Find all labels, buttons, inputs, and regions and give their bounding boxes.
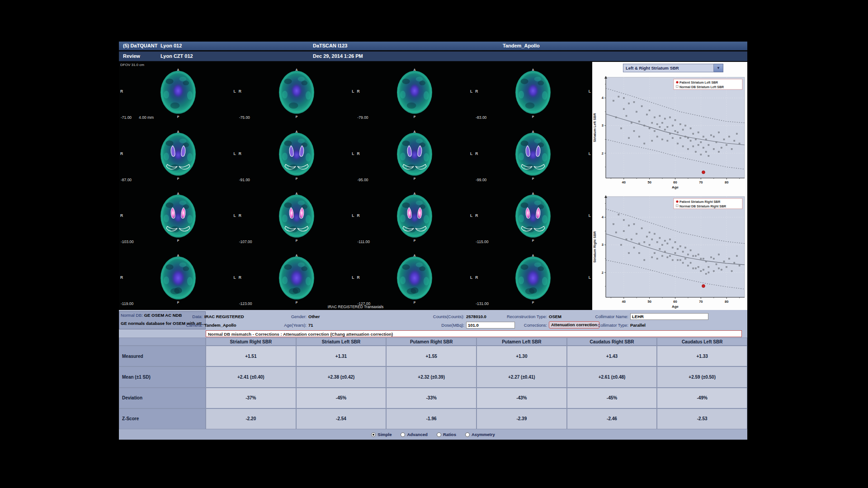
svg-text:P: P [295, 115, 297, 118]
collimator-name-input[interactable]: LEHR [630, 313, 708, 320]
study-datetime: Dec 29, 2014 1:26 PM [313, 53, 363, 59]
svg-text:P: P [414, 177, 416, 180]
value-cell: -43% [476, 388, 567, 408]
roi-selector-dropdown[interactable]: Left & Right Striatum SBR ▼ [623, 64, 723, 72]
title-bar: (5) DaTQUANT Lyon 012 DaTSCAN I123 Tande… [119, 42, 747, 50]
svg-text:80: 80 [725, 300, 728, 304]
svg-text:3: 3 [602, 243, 604, 247]
brain-slice-cell[interactable]: AP-127.00RL [356, 248, 474, 310]
brain-slice-cell[interactable]: AP-87.00RL [119, 124, 237, 186]
study-info-panel: Normal DB: GE OSEM AC NDB GE normals dat… [119, 310, 747, 440]
orientation-letter-right-side: R [475, 151, 478, 156]
brain-slice-cell[interactable]: AP-107.00RL [237, 186, 356, 248]
study-name: DaTSCAN I123 [313, 43, 347, 48]
svg-text:P: P [532, 301, 534, 305]
camera-label: Camera: [137, 323, 204, 328]
x-axis-label: Age [672, 185, 679, 189]
orientation-letter-left-side: L [234, 275, 236, 280]
brain-slice-cell[interactable]: AP-75.00RL [237, 62, 356, 124]
orientation-letter-left-side: L [470, 151, 472, 156]
sbr-chart-panel: Left & Right Striatum SBR ▼ 405060708023… [592, 62, 747, 310]
striatum-right-sbr-chart: 4050607080234AgeStriatum Right SBRPatien… [592, 194, 747, 310]
dropdown-arrow-button[interactable]: ▼ [714, 64, 723, 72]
orientation-letter-right-side: R [475, 275, 478, 280]
roi-selector-value[interactable]: Left & Right Striatum SBR [623, 64, 714, 72]
svg-text:Normal DB Striatum Right SBR: Normal DB Striatum Right SBR [679, 205, 726, 208]
brain-slice-image: AP [391, 67, 438, 119]
value-cell: +2.41 (±0.40) [206, 366, 296, 387]
gender-label: Gender: [255, 314, 308, 319]
display-mode-radio-advanced[interactable]: Advanced [401, 432, 427, 437]
orientation-letter-right-side: R [120, 89, 123, 94]
display-mode-radio-ratios[interactable]: Ratios [437, 432, 456, 437]
radio-icon[interactable] [371, 432, 376, 437]
orientation-letter-right-side: R [239, 89, 241, 94]
camera-value: Tandem_Apollo [204, 323, 236, 328]
radio-icon[interactable] [401, 432, 405, 437]
orientation-letter-left-side: L [352, 213, 354, 218]
brain-slice-image: AP [155, 191, 202, 243]
brain-slice-cell[interactable]: AP-83.00RL [474, 62, 592, 124]
brain-slice-image: AP [509, 67, 557, 119]
orientation-letter-right-side: R [239, 151, 241, 156]
brain-slice-cell[interactable]: AP-131.00RL [474, 248, 592, 310]
orientation-letter-right-side: R [475, 89, 478, 94]
svg-text:A: A [532, 254, 534, 257]
orientation-letter-left-side: L [352, 151, 354, 156]
svg-text:A: A [532, 130, 534, 133]
patient-point [702, 285, 705, 288]
recon-type-value: OSEM [549, 314, 561, 319]
brain-slice-image: AP [155, 67, 202, 119]
orientation-letter-left-side: L [352, 89, 354, 94]
brain-slice-image: AP [155, 253, 202, 305]
brain-slice-cell[interactable]: AP-71.004.00 mmRL [119, 62, 237, 124]
svg-text:A: A [414, 130, 416, 133]
value-cell: +2.61 (±0.48) [567, 366, 657, 387]
brain-slice-cell[interactable]: AP-91.00RL [237, 124, 356, 186]
brain-slice-cell[interactable]: AP-95.00RL [356, 124, 474, 186]
brain-slice-cell[interactable]: AP-123.00RL [237, 248, 356, 310]
orientation-letter-left-side: L [589, 89, 591, 94]
brain-slice-image: AP [273, 253, 320, 305]
brain-slice-cell[interactable]: AP-111.00RL [356, 186, 474, 248]
svg-text:60: 60 [673, 180, 677, 184]
collimator-type-label: Collimator Type: [562, 323, 630, 328]
display-mode-radio-simple[interactable]: Simple [371, 432, 392, 437]
radio-icon[interactable] [465, 432, 470, 437]
radio-icon[interactable] [437, 432, 441, 437]
column-header: Striatum Right SBR [206, 338, 296, 346]
datquant-window: (5) DaTQUANT Lyon 012 DaTSCAN I123 Tande… [119, 42, 747, 440]
svg-text:50: 50 [647, 180, 651, 184]
brain-slice-cell[interactable]: AP-103.00RL [119, 186, 237, 248]
value-cell: -2.39 [476, 408, 567, 429]
info-row-2: Camera:Tandem_Apollo Age(Years):71 Dose(… [119, 321, 747, 329]
svg-text:A: A [295, 192, 297, 195]
value-cell: -2.20 [206, 408, 296, 429]
display-mode-radio-asymmetry[interactable]: Asymmetry [465, 432, 495, 437]
value-cell: -37% [206, 388, 296, 408]
collimator-type-value: Parallel [630, 323, 646, 328]
brain-slice-cell[interactable]: AP-99.00RL [474, 124, 592, 186]
brain-slice-cell[interactable]: AP-115.00RL [474, 186, 592, 248]
data-label: Data: [137, 314, 204, 319]
brain-slice-cell[interactable]: AP-79.00RL [356, 62, 474, 124]
row-label: Mean (±1 SD) [119, 366, 206, 387]
svg-text:70: 70 [699, 300, 703, 304]
brain-slice-cell[interactable]: AP-119.00RL [119, 248, 237, 310]
orientation-letter-right-side: R [357, 151, 360, 156]
gender-value: Other [308, 314, 320, 319]
value-cell: -2.53 [657, 408, 747, 429]
slice-position-label: -83.00 [476, 115, 486, 120]
series-name: Lyon CZT 012 [160, 53, 193, 59]
svg-text:2: 2 [602, 151, 604, 155]
orientation-letter-right-side: R [357, 275, 360, 280]
display-mode-bar: SimpleAdvancedRatiosAsymmetry [119, 429, 747, 440]
brain-slice-image: AP [509, 129, 557, 181]
slice-position-label: -95.00 [358, 178, 368, 182]
dose-label: Dose(MBq): [390, 323, 466, 328]
slice-position-label: -71.00 [121, 115, 132, 120]
scatter-plot: 4050607080234AgeStriatum Right SBRPatien… [592, 194, 747, 310]
column-header: Caudatus Left SBR [657, 338, 747, 346]
svg-text:A: A [295, 130, 297, 133]
svg-text:3: 3 [602, 123, 604, 127]
